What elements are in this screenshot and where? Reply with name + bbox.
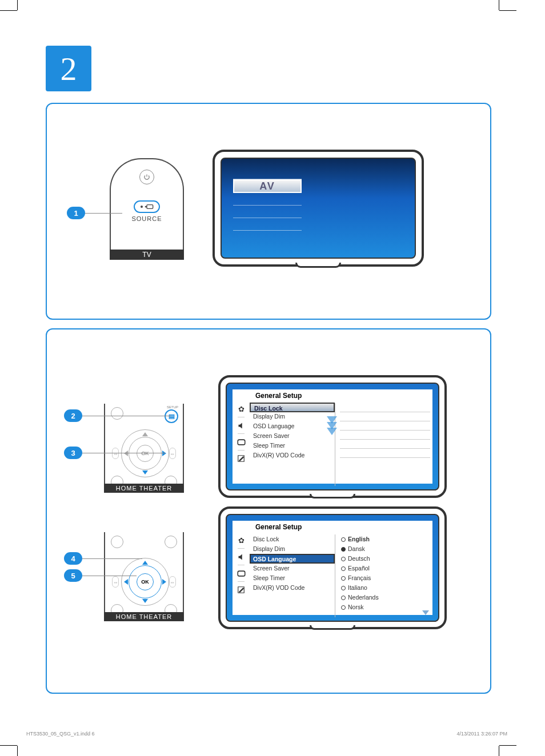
remote-top-right-button[interactable] xyxy=(165,536,177,548)
dpad-down-icon[interactable] xyxy=(142,599,148,603)
setup-label: SETUP xyxy=(167,405,178,409)
dpad-ok-button[interactable]: OK xyxy=(137,573,154,590)
instruction-panel-2: 2 3 SETUP ◂◂ ▸▸ OK HOME THEATER 4 5 ◂◂ ▸… xyxy=(46,328,491,694)
lang-espanol[interactable]: Español xyxy=(338,564,432,573)
osd-item-disc-lock[interactable]: Disc Lock xyxy=(250,534,335,544)
instruction-panel-1: 1 SOURCE TV AV xyxy=(46,103,491,320)
dpad-down-icon[interactable] xyxy=(142,471,148,474)
osd-item-sleep-timer[interactable]: Sleep Timer xyxy=(250,573,335,583)
svg-rect-4 xyxy=(238,440,245,445)
home-theater-remote-2: ◂◂ ▸▸ OK xyxy=(104,532,184,618)
osd-screen-1: General Setup ✿ xyxy=(218,375,447,498)
preferences-icon xyxy=(237,585,246,594)
home-theater-label-1: HOME THEATER xyxy=(104,484,184,493)
tv-icon xyxy=(237,569,246,578)
home-theater-label-2: HOME THEATER xyxy=(104,612,184,621)
preferences-icon xyxy=(237,454,246,463)
dpad: OK xyxy=(121,429,169,477)
osd-title: General Setup xyxy=(233,521,432,534)
remote-next-button[interactable]: ▸▸ xyxy=(169,448,176,459)
osd-item-screen-saver[interactable]: Screen Saver xyxy=(250,564,335,573)
dpad-up-icon[interactable] xyxy=(142,561,148,565)
speaker-icon xyxy=(237,421,246,430)
osd-item-disc-lock[interactable]: Disc Lock xyxy=(250,403,335,412)
step-bubble-3: 3 xyxy=(64,447,82,459)
osd-item-divx[interactable]: DivX(R) VOD Code xyxy=(250,451,335,460)
osd-category-icons: ✿ xyxy=(233,403,250,486)
osd-item-screen-saver[interactable]: Screen Saver xyxy=(250,431,335,441)
osd-screen-2: General Setup ✿ xyxy=(218,506,447,629)
lang-francais[interactable]: Français xyxy=(338,573,432,583)
dpad-right-icon[interactable] xyxy=(162,579,166,585)
osd-item-osd-language[interactable]: OSD Language xyxy=(250,421,335,431)
lang-nederlands[interactable]: Nederlands xyxy=(338,593,432,602)
gear-icon: ✿ xyxy=(237,404,246,413)
remote-prev-button[interactable]: ◂◂ xyxy=(112,448,119,459)
lang-norsk[interactable]: Norsk xyxy=(338,602,432,612)
remote-next-button[interactable]: ▸▸ xyxy=(169,576,176,588)
osd-category-icons: ✿ xyxy=(233,534,250,617)
av-selected-row: AV xyxy=(233,179,302,193)
svg-rect-5 xyxy=(238,571,245,576)
setup-button[interactable] xyxy=(165,409,178,423)
power-icon xyxy=(139,170,154,184)
speaker-icon xyxy=(237,552,246,561)
av-source-menu: AV xyxy=(233,167,302,243)
tv-icon xyxy=(237,437,246,447)
step-bubble-4: 4 xyxy=(64,552,82,565)
step-bubble-2: 2 xyxy=(64,409,82,422)
remote-prev-button[interactable]: ◂◂ xyxy=(112,576,119,588)
osd-item-divx[interactable]: DivX(R) VOD Code xyxy=(250,583,335,593)
dpad: OK xyxy=(121,558,169,606)
osd-item-sleep-timer[interactable]: Sleep Timer xyxy=(250,441,335,451)
scroll-down-icon xyxy=(422,610,429,615)
tv-remote: SOURCE xyxy=(110,158,184,255)
osd-language-column: English Dansk Deutsch Español Français I… xyxy=(335,534,432,617)
lang-italiano[interactable]: Italiano xyxy=(338,583,432,593)
osd-menu-column: Disc Lock Display Dim OSD Language Scree… xyxy=(250,534,335,617)
dpad-up-icon[interactable] xyxy=(142,432,148,436)
osd-item-display-dim[interactable]: Display Dim xyxy=(250,412,335,421)
tv-screen: AV xyxy=(213,150,424,267)
osd-value-column xyxy=(335,403,432,486)
step-number-badge: 2 xyxy=(46,46,91,91)
dpad-left-icon[interactable] xyxy=(124,579,128,585)
home-theater-remote-1: SETUP ◂◂ ▸▸ OK xyxy=(104,404,184,489)
footer-timestamp: 4/13/2011 3:26:07 PM xyxy=(456,731,507,737)
osd-title: General Setup xyxy=(233,389,432,403)
remote-top-left-button[interactable] xyxy=(111,536,123,548)
dpad-right-icon[interactable] xyxy=(162,451,166,456)
lang-deutsch[interactable]: Deutsch xyxy=(338,554,432,564)
dpad-ok-button[interactable]: OK xyxy=(137,445,154,462)
svg-rect-3 xyxy=(169,417,174,419)
tv-remote-label: TV xyxy=(110,250,184,260)
lang-english[interactable]: English xyxy=(338,534,432,544)
step-bubble-5: 5 xyxy=(64,569,82,582)
remote-top-left-button[interactable] xyxy=(111,407,123,420)
footer-file: HTS3530_05_QSG_v1.indd 6 xyxy=(26,731,95,737)
osd-menu-column: Disc Lock Display Dim OSD Language Scree… xyxy=(250,403,335,486)
dpad-left-icon[interactable] xyxy=(124,451,128,456)
osd-item-osd-language[interactable]: OSD Language xyxy=(250,554,335,564)
source-button[interactable] xyxy=(134,200,160,213)
osd-item-display-dim[interactable]: Display Dim xyxy=(250,544,335,554)
lang-dansk[interactable]: Dansk xyxy=(338,544,432,554)
source-label: SOURCE xyxy=(111,215,183,222)
svg-rect-0 xyxy=(147,205,153,209)
gear-icon: ✿ xyxy=(237,536,246,545)
step-bubble-1: 1 xyxy=(67,207,85,219)
